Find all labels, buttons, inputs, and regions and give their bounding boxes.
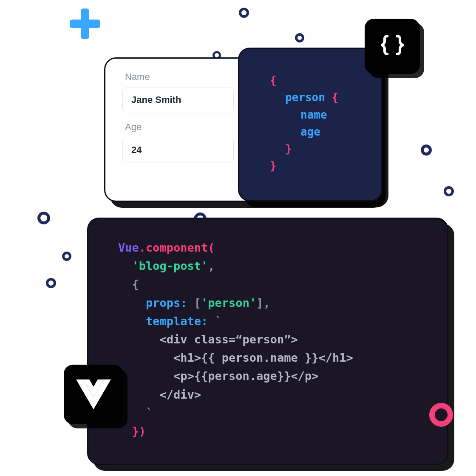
code-line-2: 'blog-post', <box>118 257 426 275</box>
code-line-10: ` <box>118 404 426 422</box>
decorative-ring <box>444 186 454 196</box>
svg-rect-1 <box>70 20 100 28</box>
schema-open-brace: { <box>270 74 277 87</box>
code-line-7: <h1>{{ person.name }}</h1> <box>118 348 426 367</box>
schema-field-age: age <box>300 125 320 138</box>
code-line-4: props: ['person'], <box>118 294 426 312</box>
decorative-ring <box>46 278 56 288</box>
decorative-ring <box>62 252 71 261</box>
code-line-5: template: ` <box>118 312 426 330</box>
name-input[interactable]: Jane Smith <box>122 88 234 112</box>
schema-close-inner: } <box>285 142 292 155</box>
decorative-ring <box>295 33 304 42</box>
code-line-9: </div> <box>118 385 426 404</box>
decorative-ring <box>421 144 432 156</box>
code-braces-badge <box>365 19 420 74</box>
code-line-8: <p>{{person.age}}</p> <box>118 367 426 385</box>
code-braces-icon <box>377 31 408 62</box>
age-input[interactable]: 24 <box>122 138 234 162</box>
name-value: Jane Smith <box>131 94 181 105</box>
schema-close-outer: } <box>270 159 277 172</box>
age-value: 24 <box>131 144 142 156</box>
schema-entity-open: { <box>325 91 338 104</box>
vue-logo-badge <box>64 365 123 424</box>
schema-entity: person <box>285 91 325 104</box>
code-line-1: Vue.component( <box>118 238 426 257</box>
schema-field-name: name <box>300 108 327 121</box>
schema-card: { person { name age } } <box>238 48 382 201</box>
code-line-6: <div class=“person”> <box>118 330 426 348</box>
code-line-3: { <box>118 275 426 293</box>
decorative-ring-pink <box>429 403 453 427</box>
code-line-11: }) <box>118 422 426 440</box>
decorative-ring <box>37 212 50 224</box>
decorative-ring <box>239 8 249 18</box>
vue-logo-icon <box>76 379 111 410</box>
vue-code-card: Vue.component( 'blog-post', { props: ['p… <box>87 218 448 465</box>
plus-icon <box>68 7 102 42</box>
